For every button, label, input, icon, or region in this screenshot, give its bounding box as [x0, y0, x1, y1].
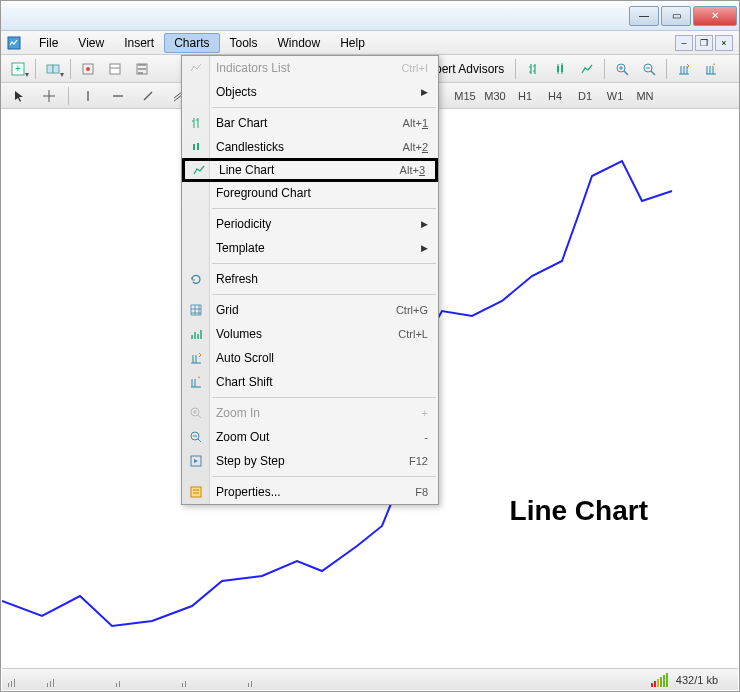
tf-w1[interactable]: W1 — [601, 86, 629, 106]
mdi-close-button[interactable]: × — [715, 35, 733, 51]
menu-candlesticks[interactable]: CandlesticksAlt+2 — [182, 135, 438, 159]
svg-rect-0 — [8, 37, 20, 49]
crosshair-tool[interactable] — [35, 86, 63, 106]
menu-insert[interactable]: Insert — [114, 33, 164, 53]
tf-m30[interactable]: M30 — [481, 86, 509, 106]
window-titlebar: — ▭ ✕ — [1, 1, 739, 31]
menu-volumes[interactable]: VolumesCtrl+L — [182, 322, 438, 346]
line-chart-button[interactable] — [574, 58, 600, 80]
candlestick-button[interactable] — [547, 58, 573, 80]
menu-zoom-out[interactable]: Zoom Out- — [182, 425, 438, 449]
menu-refresh[interactable]: Refresh — [182, 267, 438, 291]
menu-periodicity[interactable]: Periodicity▶ — [182, 212, 438, 236]
tf-d1[interactable]: D1 — [571, 86, 599, 106]
tf-h1[interactable]: H1 — [511, 86, 539, 106]
properties-icon — [187, 483, 205, 501]
cursor-tool[interactable] — [5, 86, 33, 106]
menu-indicators-list[interactable]: Indicators ListCtrl+I — [182, 56, 438, 80]
mdi-minimize-button[interactable]: – — [675, 35, 693, 51]
auto-scroll-button[interactable] — [671, 58, 697, 80]
chart-shift-button[interactable] — [698, 58, 724, 80]
bar-chart-icon — [187, 114, 205, 132]
connection-signal-icon — [651, 673, 668, 687]
menu-line-chart[interactable]: Line ChartAlt+3 — [182, 158, 438, 182]
svg-rect-41 — [191, 487, 201, 497]
menu-tools[interactable]: Tools — [220, 33, 268, 53]
menu-template[interactable]: Template▶ — [182, 236, 438, 260]
chart-shift-icon — [187, 373, 205, 391]
tf-h4[interactable]: H4 — [541, 86, 569, 106]
zoom-out-icon — [187, 428, 205, 446]
svg-line-38 — [198, 439, 201, 442]
zoom-in-button[interactable] — [609, 58, 635, 80]
horizontal-line-tool[interactable] — [104, 86, 132, 106]
submenu-arrow-icon: ▶ — [421, 219, 428, 229]
menu-auto-scroll[interactable]: Auto Scroll — [182, 346, 438, 370]
auto-scroll-icon — [187, 349, 205, 367]
chart-annotation: Line Chart — [510, 495, 648, 527]
svg-line-34 — [198, 415, 201, 418]
data-window-button[interactable] — [102, 58, 128, 80]
svg-point-6 — [86, 67, 90, 71]
charts-menu-dropdown: Indicators ListCtrl+I Objects▶ Bar Chart… — [181, 55, 439, 505]
refresh-icon — [187, 270, 205, 288]
svg-text:+: + — [15, 63, 21, 74]
window-maximize-button[interactable]: ▭ — [661, 6, 691, 26]
menu-window[interactable]: Window — [268, 33, 331, 53]
market-watch-button[interactable] — [75, 58, 101, 80]
menu-grid[interactable]: GridCtrl+G — [182, 298, 438, 322]
svg-rect-3 — [47, 65, 53, 73]
trendline-tool[interactable] — [134, 86, 162, 106]
svg-rect-32 — [197, 143, 199, 150]
navigator-button[interactable] — [129, 58, 155, 80]
volumes-icon — [187, 325, 205, 343]
menu-view[interactable]: View — [68, 33, 114, 53]
menu-bar-chart[interactable]: Bar ChartAlt+1 — [182, 111, 438, 135]
svg-line-18 — [624, 71, 628, 75]
submenu-arrow-icon: ▶ — [421, 243, 428, 253]
new-chart-button[interactable]: + — [5, 58, 31, 80]
menu-charts[interactable]: Charts — [164, 33, 219, 53]
candlestick-icon — [187, 138, 205, 156]
menu-help[interactable]: Help — [330, 33, 375, 53]
menu-objects[interactable]: Objects▶ — [182, 80, 438, 104]
grid-icon — [187, 301, 205, 319]
svg-rect-7 — [110, 64, 120, 74]
profiles-button[interactable] — [40, 58, 66, 80]
status-traffic: 432/1 kb — [676, 674, 718, 686]
mdi-controls: – ❐ × — [675, 35, 733, 51]
statusbar-grip — [8, 673, 252, 687]
menu-file[interactable]: File — [29, 33, 68, 53]
menu-foreground-chart[interactable]: Foreground Chart — [182, 181, 438, 205]
svg-rect-4 — [53, 65, 59, 73]
mdi-restore-button[interactable]: ❐ — [695, 35, 713, 51]
menu-chart-shift[interactable]: Chart Shift — [182, 370, 438, 394]
tf-m15[interactable]: M15 — [451, 86, 479, 106]
svg-line-28 — [144, 92, 152, 100]
zoom-out-button[interactable] — [636, 58, 662, 80]
tf-mn[interactable]: MN — [631, 86, 659, 106]
bar-chart-button[interactable] — [520, 58, 546, 80]
window-close-button[interactable]: ✕ — [693, 6, 737, 26]
indicators-icon — [187, 59, 205, 77]
step-icon — [187, 452, 205, 470]
svg-line-22 — [651, 71, 655, 75]
zoom-in-icon — [187, 404, 205, 422]
line-chart-icon — [190, 161, 208, 179]
menu-zoom-in[interactable]: Zoom In+ — [182, 401, 438, 425]
submenu-arrow-icon: ▶ — [421, 87, 428, 97]
svg-rect-31 — [193, 144, 195, 150]
window-minimize-button[interactable]: — — [629, 6, 659, 26]
menu-properties[interactable]: Properties...F8 — [182, 480, 438, 504]
statusbar: 432/1 kb — [2, 668, 738, 690]
app-icon — [5, 34, 23, 52]
vertical-line-tool[interactable] — [74, 86, 102, 106]
menubar: File View Insert Charts Tools Window Hel… — [1, 31, 739, 55]
menu-step-by-step[interactable]: Step by StepF12 — [182, 449, 438, 473]
